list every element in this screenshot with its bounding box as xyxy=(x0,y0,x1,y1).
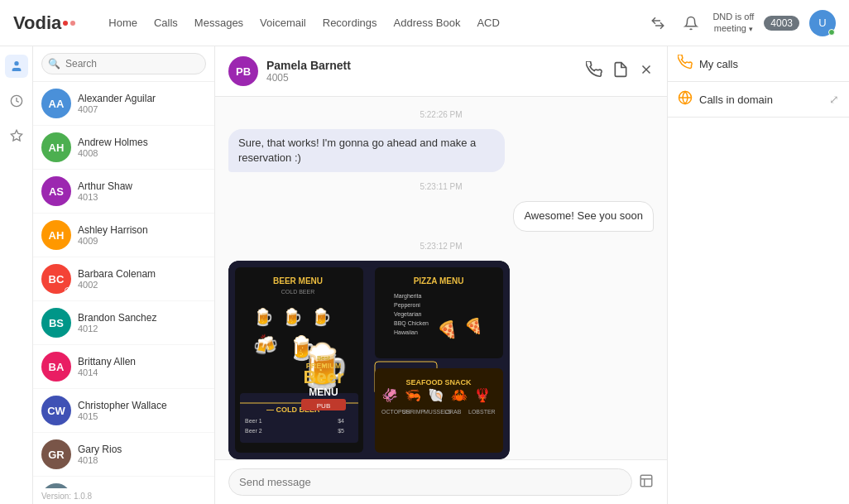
contact-item-alexander-aguilar[interactable]: AA Alexander Aguilar 4007 xyxy=(33,82,214,126)
contact-info: Arthur Shaw 4013 xyxy=(78,180,206,202)
contact-name: Gary Rios xyxy=(78,444,206,455)
search-icon: 🔍 xyxy=(48,58,60,70)
svg-text:BBQ Chicken: BBQ Chicken xyxy=(394,320,429,327)
dnd-badge[interactable]: DND is off meeting ▾ xyxy=(712,12,754,33)
contact-info: Christopher Wallace 4015 xyxy=(78,400,206,421)
svg-marker-2 xyxy=(11,130,22,141)
nav-links: Home Calls Messages Voicemail Recordings… xyxy=(108,17,646,29)
contact-name: Christopher Wallace xyxy=(78,400,206,411)
nav-messages[interactable]: Messages xyxy=(194,17,243,29)
nav-home[interactable]: Home xyxy=(108,17,137,29)
contact-ext: 4013 xyxy=(78,192,206,202)
search-input[interactable] xyxy=(41,53,206,74)
nav-acd[interactable]: ACD xyxy=(477,17,499,29)
svg-text:Margherita: Margherita xyxy=(394,293,422,300)
calls-in-domain-section: Calls in domain ⤢ xyxy=(668,82,849,118)
svg-text:🍺: 🍺 xyxy=(253,307,274,327)
logo: Vodia xyxy=(13,12,75,34)
calls-in-domain-title: Calls in domain xyxy=(699,94,823,106)
my-calls-title: My calls xyxy=(699,58,839,70)
chat-input[interactable] xyxy=(228,468,632,496)
avatar: BA xyxy=(41,352,71,382)
sidebar-person-icon[interactable] xyxy=(5,55,28,78)
avatar: JR xyxy=(41,483,71,488)
sidebar-star-icon[interactable] xyxy=(5,124,28,147)
logo-dot-red xyxy=(63,21,68,26)
msg-row-image: BEER MENU COLD BEER 🍺 🍺 🍺 🍻 🍺 🍺 xyxy=(228,261,654,459)
svg-text:COLD BEER: COLD BEER xyxy=(281,289,314,295)
contact-name: Andrew Holmes xyxy=(78,137,206,148)
contact-ext: 4002 xyxy=(78,280,206,290)
phone-call-button[interactable] xyxy=(586,61,602,81)
chat-contact-ext: 4005 xyxy=(266,72,578,84)
svg-text:Vegetarian: Vegetarian xyxy=(394,311,422,318)
svg-text:🍕: 🍕 xyxy=(464,317,483,335)
topnav: Vodia Home Calls Messages Voicemail Reco… xyxy=(0,0,849,46)
my-calls-section: My calls xyxy=(668,46,849,82)
file-transfer-button[interactable] xyxy=(612,61,629,81)
contact-info: Brandon Sanchez 4012 xyxy=(78,312,206,334)
svg-text:🍺: 🍺 xyxy=(311,307,332,327)
contact-item-brandon-sanchez[interactable]: BS Brandon Sanchez 4012 xyxy=(33,301,214,345)
chat-area: PB Pamela Barnett 4005 5:22:26 PM Sur xyxy=(215,46,667,504)
my-calls-header: My calls xyxy=(668,46,849,81)
bell-icon[interactable] xyxy=(679,12,703,35)
contact-item-christopher-wallace[interactable]: CW Christopher Wallace 4015 xyxy=(33,389,214,433)
msg-time: 5:23:12 PM xyxy=(228,242,654,251)
calls-in-domain-header: Calls in domain ⤢ xyxy=(668,82,849,117)
nav-addressbook[interactable]: Address Book xyxy=(394,17,461,29)
chat-avatar: PB xyxy=(228,56,258,86)
attach-button[interactable] xyxy=(639,473,654,492)
contact-item-brittany-allen[interactable]: BA Brittany Allen 4014 xyxy=(33,345,214,389)
logo-dots xyxy=(63,21,75,26)
close-chat-button[interactable] xyxy=(639,62,654,80)
main-layout: 🔍 AA Alexander Aguilar 4007 AH Andrew Ho… xyxy=(0,46,849,504)
nav-calls[interactable]: Calls xyxy=(154,17,178,29)
nav-recordings[interactable]: Recordings xyxy=(323,17,377,29)
svg-text:🦑: 🦑 xyxy=(381,387,398,403)
transfer-icon[interactable] xyxy=(646,12,669,35)
svg-rect-53 xyxy=(640,475,652,487)
version-label: Version: 1.0.8 xyxy=(33,488,214,504)
contact-item-andrew-holmes[interactable]: AH Andrew Holmes 4008 xyxy=(33,126,214,170)
svg-point-0 xyxy=(14,61,18,65)
contact-ext: 4007 xyxy=(78,104,206,114)
avatar: GR xyxy=(41,439,71,469)
user-avatar[interactable]: U xyxy=(809,10,836,36)
svg-text:PUB: PUB xyxy=(317,402,330,410)
contact-item-gary-rios[interactable]: GR Gary Rios 4018 xyxy=(33,433,214,477)
search-wrap: 🔍 xyxy=(41,53,206,74)
avatar: CW xyxy=(41,396,71,425)
status-dot xyxy=(65,287,71,294)
contact-item-jennifer-rios[interactable]: JR Jennifer Rios 4010 xyxy=(33,477,214,488)
msg-image: BEER MENU COLD BEER 🍺 🍺 🍺 🍻 🍺 🍺 xyxy=(228,261,510,459)
contact-info: Ashley Harrison 4009 xyxy=(78,224,206,246)
contact-name: Barbara Colenam xyxy=(78,268,206,280)
avatar: AH xyxy=(41,220,71,250)
svg-text:🍻: 🍻 xyxy=(253,333,278,357)
chat-messages: 5:22:26 PM Sure, that works! I'm gonna g… xyxy=(215,97,667,459)
svg-text:Best: Best xyxy=(317,354,331,362)
contact-ext: 4008 xyxy=(78,148,206,158)
contacts-list: AA Alexander Aguilar 4007 AH Andrew Holm… xyxy=(33,82,214,488)
contact-item-ashley-harrison[interactable]: AH Ashley Harrison 4009 xyxy=(33,214,214,257)
contact-info: Gary Rios 4018 xyxy=(78,444,206,465)
msg-bubble: Awesome! See you soon xyxy=(513,201,654,231)
contact-item-barbara-colenam[interactable]: BC Barbara Colenam 4002 xyxy=(33,257,214,301)
sidebar-clock-icon[interactable] xyxy=(5,89,28,113)
msg-time: 5:22:26 PM xyxy=(228,110,654,119)
contact-name: Arthur Shaw xyxy=(78,180,206,192)
svg-text:MENU: MENU xyxy=(309,386,338,398)
contact-ext: 4018 xyxy=(78,455,206,465)
contact-name: Ashley Harrison xyxy=(78,224,206,236)
svg-text:Beer 2: Beer 2 xyxy=(245,428,262,434)
sidebar-icons xyxy=(0,46,33,504)
svg-text:🍺: 🍺 xyxy=(282,307,303,327)
contact-name: Brandon Sanchez xyxy=(78,312,206,324)
expand-calls-domain-button[interactable]: ⤢ xyxy=(829,93,839,106)
svg-text:Hawaiian: Hawaiian xyxy=(394,329,418,335)
nav-voicemail[interactable]: Voicemail xyxy=(260,17,306,29)
msg-time: 5:23:11 PM xyxy=(228,182,654,191)
chat-input-area xyxy=(215,459,667,504)
contact-item-arthur-shaw[interactable]: AS Arthur Shaw 4013 xyxy=(33,170,214,214)
